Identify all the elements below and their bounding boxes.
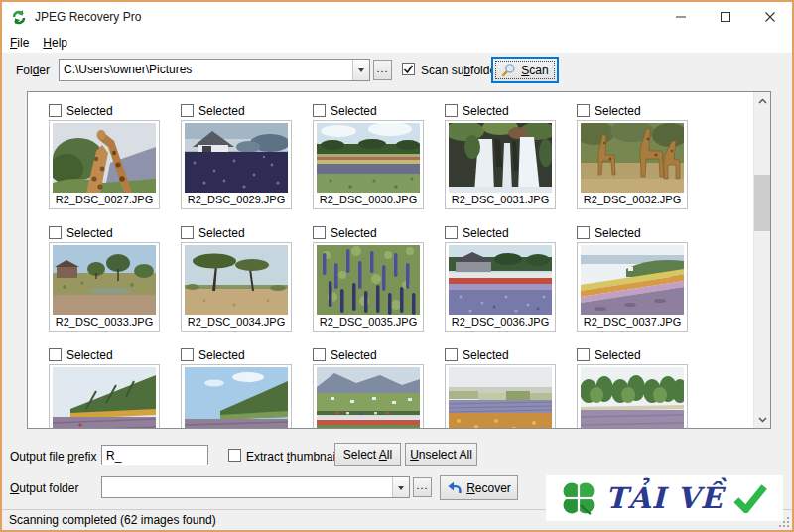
selected-label: Selected [463, 348, 509, 362]
thumbnail-filename: R2_DSC_0032.JPG [578, 193, 687, 207]
folder-dropdown-button[interactable] [352, 60, 369, 80]
thumbnail-image [185, 245, 288, 315]
recover-button[interactable]: Recover [440, 475, 518, 500]
maximize-button[interactable] [703, 2, 747, 32]
menu-file[interactable]: File [3, 34, 36, 52]
thumbnail-filename: R2_DSC_0033.JPG [50, 315, 159, 330]
watermark-text: TẢI VỀ [605, 481, 723, 515]
thumbnail-image [449, 245, 552, 315]
folder-browse-button[interactable]: ... [373, 60, 392, 80]
thumbnail[interactable]: R2_DSC_0030.JPG [313, 120, 424, 209]
green-checkmark-icon [732, 483, 768, 513]
select-all-button[interactable]: Select All [334, 443, 401, 466]
magnifier-icon [501, 63, 516, 77]
thumbnail[interactable]: R2_DSC_0037.JPG [577, 242, 688, 332]
extract-thumbnails-checkbox[interactable] [228, 449, 241, 462]
selected-checkbox[interactable] [49, 104, 62, 117]
thumbnail[interactable]: R2_DSC_0027.JPG [49, 120, 160, 209]
scan-subfolder-label: Scan subfolder [421, 64, 500, 77]
thumbnail[interactable] [49, 364, 160, 428]
thumbnail-cell: Selected [49, 346, 160, 428]
selected-checkbox[interactable] [181, 104, 194, 117]
scroll-down-button[interactable] [754, 411, 770, 428]
output-prefix-input[interactable] [101, 445, 208, 466]
thumbnail[interactable] [313, 364, 424, 428]
close-button[interactable] [747, 2, 792, 32]
thumbnail-cell: SelectedR2_DSC_0027.JPG [49, 102, 160, 209]
recover-arrow-icon [447, 481, 462, 494]
titlebar: JPEG Recovery Pro [2, 2, 792, 32]
menu-help[interactable]: Help [36, 34, 74, 52]
selected-label: Selected [463, 226, 509, 240]
thumbnail-cell: Selected [181, 346, 292, 428]
selected-checkbox[interactable] [577, 348, 590, 361]
selected-label: Selected [66, 226, 113, 240]
selected-checkbox[interactable] [49, 348, 62, 361]
selected-label: Selected [331, 226, 377, 240]
thumbnail[interactable]: R2_DSC_0033.JPG [49, 242, 160, 332]
thumbnail-filename: R2_DSC_0031.JPG [446, 193, 555, 207]
folder-path-value[interactable]: C:\Users\owner\Pictures [60, 60, 352, 80]
selected-label: Selected [198, 226, 245, 240]
thumbnail[interactable]: R2_DSC_0031.JPG [445, 120, 556, 209]
selected-checkbox[interactable] [181, 226, 194, 239]
scrollbar-thumb[interactable] [754, 175, 770, 231]
checkmark-icon [402, 63, 415, 75]
window-title: JPEG Recovery Pro [35, 10, 658, 24]
thumbnail[interactable]: R2_DSC_0032.JPG [577, 120, 688, 209]
selected-checkbox[interactable] [49, 226, 62, 239]
thumbnail-grid-cells: SelectedR2_DSC_0027.JPGSelectedR2_DSC_00… [28, 92, 753, 428]
thumbnail-image [317, 367, 420, 428]
thumbnail-image [317, 245, 420, 315]
minimize-button[interactable] [658, 2, 703, 32]
selected-checkbox[interactable] [445, 348, 458, 361]
select-all-label: Select All [343, 448, 392, 462]
thumbnail-image [185, 123, 288, 193]
scan-subfolder-checkbox[interactable] [402, 63, 415, 75]
unselect-all-button[interactable]: Unselect All [405, 443, 477, 466]
output-folder-combobox[interactable] [101, 476, 410, 498]
thumbnail-cell: SelectedR2_DSC_0030.JPG [313, 102, 424, 209]
thumbnail[interactable]: R2_DSC_0035.JPG [313, 242, 424, 332]
selected-label: Selected [595, 104, 641, 118]
selected-checkbox[interactable] [577, 226, 590, 239]
thumbnail-image [185, 367, 288, 428]
selected-label: Selected [595, 226, 641, 240]
thumbnail[interactable]: R2_DSC_0029.JPG [181, 120, 292, 209]
selected-label: Selected [463, 104, 509, 118]
app-icon [11, 9, 27, 25]
output-folder-value[interactable] [102, 477, 392, 497]
thumbnail[interactable] [445, 364, 556, 428]
thumbnail[interactable] [577, 364, 688, 428]
selected-label: Selected [331, 104, 377, 118]
thumbnail-image [581, 245, 684, 315]
selected-checkbox[interactable] [313, 348, 326, 361]
selected-checkbox[interactable] [445, 104, 458, 117]
selected-checkbox[interactable] [313, 226, 326, 239]
thumbnail-image [53, 123, 156, 193]
selected-checkbox[interactable] [577, 104, 590, 117]
thumbnail-filename: R2_DSC_0035.JPG [314, 315, 423, 330]
folder-combobox[interactable]: C:\Users\owner\Pictures [59, 59, 370, 81]
scroll-up-button[interactable] [754, 92, 770, 109]
app-window: JPEG Recovery Pro File Help Folder C:\Us… [0, 0, 794, 532]
output-folder-dropdown-button[interactable] [392, 477, 409, 497]
selected-checkbox[interactable] [445, 226, 458, 239]
scan-button[interactable]: Scan [491, 57, 559, 83]
vertical-scrollbar[interactable] [753, 92, 770, 428]
thumbnail-image [53, 245, 156, 315]
output-folder-browse-button[interactable]: ... [413, 477, 432, 497]
thumbnail-image [449, 123, 552, 193]
thumbnail-image [581, 123, 684, 193]
thumbnail[interactable] [181, 364, 292, 428]
extract-thumbnails-label: Extract thumbnails [246, 450, 344, 464]
thumbnail[interactable]: R2_DSC_0036.JPG [445, 242, 556, 332]
thumbnail-filename: R2_DSC_0030.JPG [314, 193, 423, 207]
chevron-down-icon [358, 68, 364, 75]
selected-checkbox[interactable] [313, 104, 326, 117]
thumbnail-image [449, 367, 552, 428]
selected-checkbox[interactable] [181, 348, 194, 361]
thumbnail-filename: R2_DSC_0029.JPG [182, 193, 291, 207]
thumbnail[interactable]: R2_DSC_0034.JPG [181, 242, 292, 332]
thumbnail-image [53, 367, 156, 428]
